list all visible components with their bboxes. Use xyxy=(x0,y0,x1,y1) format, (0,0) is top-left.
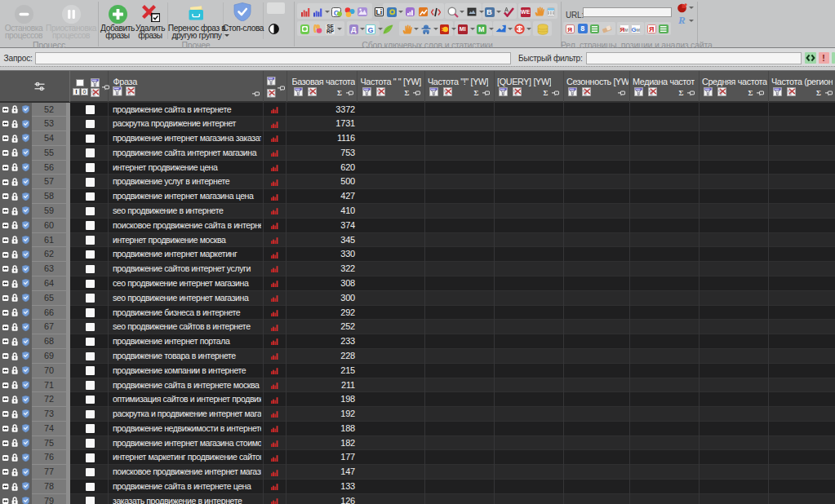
svg-text:,: , xyxy=(680,17,682,25)
